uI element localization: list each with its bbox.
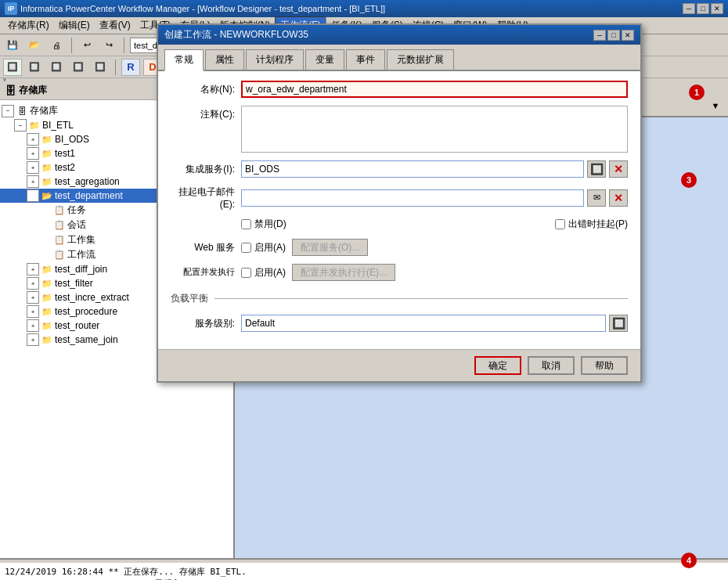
dialog-footer: 确定 取消 帮助 [158, 349, 640, 381]
email-clear-btn[interactable]: ✕ [609, 189, 628, 207]
suspend-checkbox[interactable] [555, 219, 565, 229]
integration-service-row: 集成服务(I): 🔲 ✕ [171, 160, 628, 178]
suspend-checkbox-item: 出错时挂起(P) [555, 218, 628, 231]
email-label: 挂起电子邮件(E): [171, 186, 241, 210]
dialog-tab-metadata[interactable]: 元数据扩展 [387, 49, 454, 70]
name-row: 名称(N): [171, 81, 628, 98]
disable-label: 禁用(D) [254, 218, 287, 231]
runtime-options-row: 禁用(D) 出错时挂起(P) [171, 218, 628, 231]
comment-label: 注释(C): [171, 106, 241, 121]
dialog-tab-events[interactable]: 事件 [346, 49, 385, 70]
dialog-close-btn[interactable]: ✕ [622, 30, 634, 41]
service-level-label: 服务级别: [171, 317, 241, 330]
disable-checkbox-item: 禁用(D) [241, 218, 287, 231]
dialog-tab-variables[interactable]: 变量 [305, 49, 344, 70]
concurrent-enable-checkbox[interactable] [241, 268, 251, 278]
integration-service-clear-btn[interactable]: ✕ [609, 160, 628, 178]
concurrent-exec-row: 配置并发执行 启用(A) 配置并发执行行(E)... [171, 264, 628, 281]
service-level-input[interactable] [241, 315, 606, 332]
dialog-tab-properties[interactable]: 属性 [205, 49, 244, 70]
comment-input[interactable] [241, 106, 628, 153]
email-browse-btn[interactable]: ✉ [587, 189, 606, 207]
web-service-row: Web 服务 启用(A) 配置服务(O)... [171, 239, 628, 256]
integration-service-group: 🔲 ✕ [241, 160, 628, 178]
name-input[interactable] [241, 81, 628, 98]
suspend-label: 出错时挂起(P) [568, 218, 628, 231]
integration-service-input[interactable] [241, 160, 584, 178]
load-balance-label: 负载平衡 [171, 292, 208, 305]
dialog-tab-scheduler[interactable]: 计划程序 [246, 49, 304, 70]
create-workflow-dialog: 创建工作流 - NEWWORKFLOW35 ─ □ ✕ 常规 属性 计划程序 变… [157, 23, 642, 383]
dialog-maximize-btn[interactable]: □ [607, 30, 620, 41]
config-exec-btn[interactable]: 配置并发执行行(E)... [292, 264, 395, 281]
service-level-row: 服务级别: 🔲 [171, 315, 628, 332]
email-row: 挂起电子邮件(E): ✉ ✕ [171, 186, 628, 210]
web-service-label: Web 服务 [171, 241, 241, 254]
integration-service-label: 集成服务(I): [171, 163, 241, 176]
concurrent-enable-item: 启用(A) [241, 266, 286, 279]
config-service-btn[interactable]: 配置服务(O)... [292, 239, 368, 256]
email-input[interactable] [241, 189, 584, 207]
dialog-content: 名称(N): 注释(C): 集成服务(I): 🔲 ✕ 挂起电子邮件(E): [158, 71, 640, 349]
web-service-enable-checkbox[interactable] [241, 243, 251, 253]
load-balance-header: 负载平衡 [171, 292, 628, 305]
help-button[interactable]: 帮助 [581, 356, 628, 375]
comment-row: 注释(C): [171, 106, 628, 153]
disable-checkbox[interactable] [241, 219, 251, 229]
web-service-enable-item: 启用(A) [241, 241, 286, 254]
service-level-group: 🔲 [241, 315, 628, 332]
divider-line [214, 298, 628, 299]
ok-button[interactable]: 确定 [474, 356, 521, 375]
dialog-title-controls: ─ □ ✕ [593, 30, 634, 41]
concurrent-exec-content: 启用(A) 配置并发执行行(E)... [241, 264, 628, 281]
dialog-tabs: 常规 属性 计划程序 变量 事件 元数据扩展 [158, 45, 640, 71]
web-service-enable-label: 启用(A) [254, 241, 286, 254]
load-balance-divider: 负载平衡 [171, 289, 628, 308]
cancel-button[interactable]: 取消 [528, 356, 575, 375]
dialog-tab-general[interactable]: 常规 [164, 49, 204, 71]
dialog-minimize-btn[interactable]: ─ [593, 30, 606, 41]
email-group: ✉ ✕ [241, 189, 628, 207]
web-service-content: 启用(A) 配置服务(O)... [241, 239, 628, 256]
runtime-options-group: 禁用(D) 出错时挂起(P) [241, 218, 628, 231]
service-level-browse-btn[interactable]: 🔲 [609, 315, 628, 332]
concurrent-exec-label: 配置并发执行 [171, 267, 241, 277]
name-label: 名称(N): [171, 83, 241, 96]
concurrent-enable-label: 启用(A) [254, 266, 286, 279]
dialog-title-bar: 创建工作流 - NEWWORKFLOW35 ─ □ ✕ [158, 25, 640, 45]
dialog-title-text: 创建工作流 - NEWWORKFLOW35 [164, 28, 308, 41]
integration-service-browse-btn[interactable]: 🔲 [587, 160, 606, 178]
dialog-overlay: 创建工作流 - NEWWORKFLOW35 ─ □ ✕ 常规 属性 计划程序 变… [0, 0, 728, 580]
